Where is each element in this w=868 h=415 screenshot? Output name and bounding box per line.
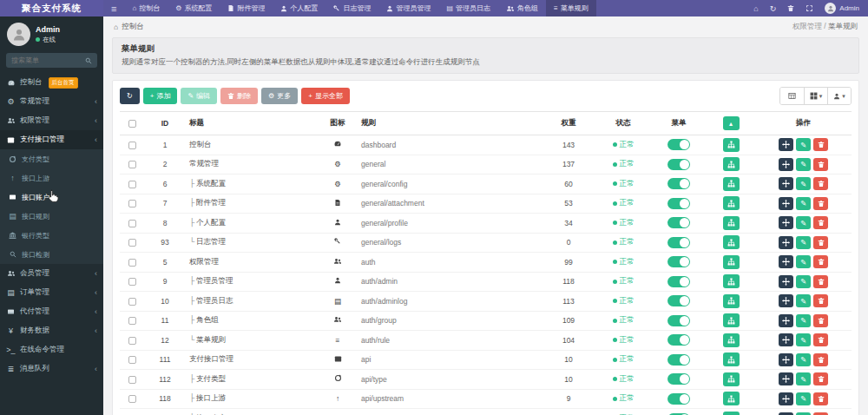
- drag-sort-button[interactable]: [779, 158, 793, 171]
- topnav-tab[interactable]: 日志管理: [326, 0, 378, 16]
- sidebar-item[interactable]: 代付管理‹: [0, 302, 103, 321]
- delete-row-button[interactable]: [813, 412, 828, 415]
- toggle-submenu-button[interactable]: [723, 196, 740, 210]
- menu-toggle[interactable]: [667, 178, 690, 189]
- table-row[interactable]: 118├接口上游↑api/upstream9正常✎: [120, 389, 852, 409]
- sidebar-item[interactable]: 权限管理‹: [0, 111, 103, 130]
- toggle-submenu-button[interactable]: [723, 412, 740, 415]
- delete-row-button[interactable]: [813, 294, 828, 307]
- table-row[interactable]: 8├个人配置general/profile34正常✎: [120, 214, 852, 234]
- sidebar-subitem[interactable]: 接口检测: [0, 245, 103, 264]
- row-checkbox[interactable]: [128, 220, 136, 227]
- edit-row-button[interactable]: ✎: [796, 333, 811, 346]
- delete-row-button[interactable]: [813, 197, 828, 210]
- edit-row-button[interactable]: ✎: [796, 236, 811, 249]
- show-all-button[interactable]: +显示全部: [301, 88, 350, 104]
- toggle-submenu-button[interactable]: [723, 372, 740, 386]
- topnav-user[interactable]: Admin: [825, 3, 859, 14]
- table-row[interactable]: 5权限管理auth99正常✎: [120, 253, 852, 273]
- edit-button[interactable]: ✎编辑: [181, 88, 217, 104]
- collapse-all-button[interactable]: ▴: [723, 116, 740, 130]
- topnav-tab[interactable]: 角色组: [498, 0, 546, 16]
- topnav-tab[interactable]: ≡菜单规则: [546, 0, 596, 16]
- search-input[interactable]: [11, 56, 85, 64]
- table-row[interactable]: 11├角色组auth/group109正常✎: [120, 311, 852, 331]
- edit-row-button[interactable]: ✎: [796, 392, 811, 405]
- sidebar-subitem[interactable]: ↑接口上游: [0, 168, 103, 188]
- avatar[interactable]: [7, 23, 30, 46]
- toggle-submenu-button[interactable]: [723, 294, 740, 308]
- delete-row-button[interactable]: [813, 275, 828, 288]
- edit-row-button[interactable]: ✎: [796, 294, 811, 307]
- menu-toggle[interactable]: [667, 139, 690, 150]
- edit-row-button[interactable]: ✎: [796, 138, 811, 151]
- delete-row-button[interactable]: [813, 216, 828, 229]
- menu-toggle[interactable]: [667, 334, 690, 346]
- sidebar-item[interactable]: ≣消息队列‹: [0, 359, 103, 379]
- table-row[interactable]: 9├管理员管理auth/admin118正常✎: [120, 272, 852, 292]
- edit-row-button[interactable]: ✎: [796, 158, 811, 171]
- drag-sort-button[interactable]: [779, 177, 793, 190]
- toggle-submenu-button[interactable]: [723, 352, 740, 366]
- sidebar-item[interactable]: ▤订单管理‹: [0, 283, 103, 302]
- menu-toggle[interactable]: [667, 256, 690, 267]
- menu-toggle[interactable]: [667, 315, 690, 326]
- clear-cache-icon[interactable]: [787, 4, 794, 12]
- menu-toggle[interactable]: [667, 393, 690, 405]
- topnav-tab[interactable]: ⚙系统配置: [168, 0, 220, 16]
- row-checkbox[interactable]: [128, 317, 136, 325]
- table-row[interactable]: 7├附件管理general/attachment53正常✎: [120, 194, 852, 214]
- row-checkbox[interactable]: [128, 200, 136, 208]
- drag-sort-button[interactable]: [779, 197, 793, 210]
- delete-row-button[interactable]: [813, 353, 828, 366]
- toggle-submenu-button[interactable]: [723, 255, 740, 269]
- sidebar-item[interactable]: 会员管理‹: [0, 264, 103, 283]
- row-checkbox[interactable]: [128, 298, 136, 306]
- toggle-submenu-button[interactable]: [723, 138, 740, 152]
- menu-toggle[interactable]: [667, 237, 690, 248]
- menu-toggle[interactable]: [667, 198, 690, 209]
- delete-row-button[interactable]: [813, 177, 828, 190]
- table-row[interactable]: 2常规管理⚙general137正常✎: [120, 155, 852, 175]
- menu-toggle[interactable]: [667, 373, 690, 385]
- drag-sort-button[interactable]: [779, 216, 793, 229]
- table-row[interactable]: 1控制台dashboard143正常✎: [120, 135, 852, 155]
- row-checkbox[interactable]: [128, 356, 136, 364]
- fullscreen-icon[interactable]: [806, 4, 813, 12]
- toggle-submenu-button[interactable]: [723, 274, 740, 288]
- table-row[interactable]: 111支付接口管理api10正常✎: [120, 350, 852, 370]
- edit-row-button[interactable]: ✎: [796, 372, 811, 385]
- drag-sort-button[interactable]: [779, 372, 793, 385]
- drag-sort-button[interactable]: [779, 236, 793, 249]
- menu-toggle[interactable]: [667, 295, 690, 306]
- drag-sort-button[interactable]: [779, 294, 793, 307]
- toggle-submenu-button[interactable]: [723, 333, 740, 347]
- row-checkbox[interactable]: [128, 259, 136, 267]
- table-row[interactable]: 6├系统配置⚙general/config60正常✎: [120, 175, 852, 194]
- sidebar-subitem[interactable]: ▤接口规则: [0, 207, 103, 226]
- drag-sort-button[interactable]: [779, 138, 793, 151]
- toggle-submenu-button[interactable]: [723, 216, 740, 230]
- edit-row-button[interactable]: ✎: [796, 255, 811, 268]
- breadcrumb-home[interactable]: ⌂ 控制台: [114, 22, 144, 32]
- table-row[interactable]: 12└菜单规则≡auth/rule104正常✎: [120, 331, 852, 351]
- sidebar-toggle-icon[interactable]: ≡: [103, 3, 124, 14]
- drag-sort-button[interactable]: [779, 392, 793, 405]
- sidebar-subitem[interactable]: 银行类型: [0, 226, 103, 245]
- edit-row-button[interactable]: ✎: [796, 314, 811, 327]
- row-checkbox[interactable]: [128, 376, 136, 384]
- col-rule[interactable]: 规则: [358, 112, 542, 135]
- row-checkbox[interactable]: [128, 337, 136, 345]
- drag-sort-button[interactable]: [779, 275, 793, 288]
- breadcrumb-parent[interactable]: 权限管理: [792, 22, 822, 30]
- row-checkbox[interactable]: [128, 239, 136, 247]
- edit-row-button[interactable]: ✎: [796, 197, 811, 210]
- topnav-tab[interactable]: 附件管理: [220, 0, 273, 16]
- toggle-submenu-button[interactable]: [723, 157, 740, 171]
- drag-sort-button[interactable]: [779, 353, 793, 366]
- home-icon[interactable]: ⌂: [753, 4, 758, 13]
- delete-row-button[interactable]: [813, 333, 828, 346]
- menu-toggle[interactable]: [667, 159, 690, 170]
- sidebar-item[interactable]: >_在线命令管理: [0, 340, 103, 359]
- edit-row-button[interactable]: ✎: [796, 216, 811, 229]
